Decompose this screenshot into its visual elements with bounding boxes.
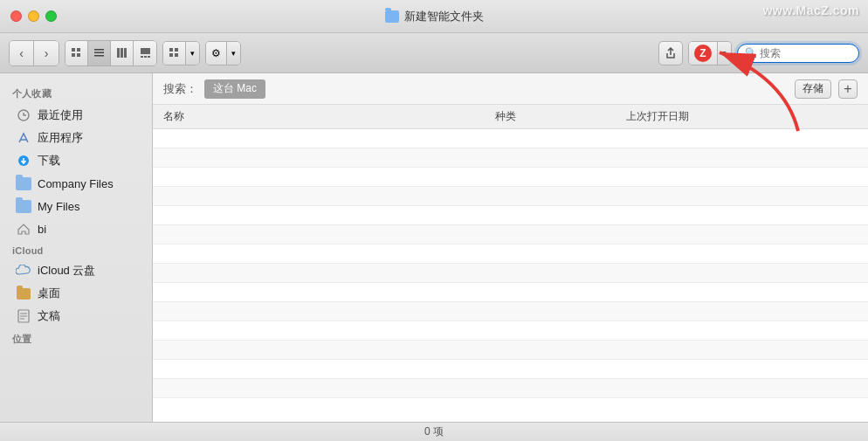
svg-rect-11 [141,56,143,58]
table-row [153,379,868,398]
z-main[interactable]: Z [689,42,717,65]
svg-rect-12 [144,56,147,58]
docs-icon [16,308,31,324]
sidebar-item-downloads[interactable]: 下载 [3,149,148,172]
sidebar-item-label: 文稿 [38,308,60,324]
table-row [153,321,868,341]
svg-rect-2 [72,53,75,57]
z-arrow[interactable]: ▾ [717,42,731,65]
icloud-section-label: iCloud [0,240,152,259]
folder-company-icon [16,176,31,191]
cloud-icon [16,263,31,279]
sidebar-item-label: 下载 [38,153,60,169]
save-button[interactable]: 存储 [795,79,831,99]
column-view-button[interactable] [111,41,134,65]
window-title-group: 新建智能文件夹 [385,9,484,24]
search-box[interactable]: 🔍 [737,44,859,63]
share-icon [665,47,677,59]
sidebar-item-company-files[interactable]: Company Files [3,172,148,195]
sidebar-item-desktop[interactable]: 桌面 [3,282,148,305]
add-criteria-button[interactable]: + [838,79,858,99]
view-toggle [65,40,157,66]
col-type-header[interactable]: 种类 [485,109,616,124]
view-options-main[interactable] [163,42,185,65]
settings-main[interactable]: ⚙ [206,42,226,65]
desktop-icon [16,286,31,301]
window-controls [10,10,57,22]
forward-icon: › [45,46,49,60]
close-button[interactable] [10,10,22,22]
settings-dropdown[interactable]: ⚙ ▾ [205,41,241,65]
svg-rect-3 [77,53,80,57]
gear-icon: ⚙ [211,47,221,59]
sidebar-item-recent[interactable]: 最近使用 [3,104,148,127]
sidebar-item-label: My Files [38,200,79,213]
table-row [153,283,868,302]
svg-rect-17 [175,53,178,57]
table-row [153,206,868,225]
svg-rect-5 [94,52,104,54]
search-input[interactable] [760,47,851,59]
window-title: 新建智能文件夹 [404,9,484,24]
sidebar-item-label: 应用程序 [38,130,83,146]
search-scope-bar: 搜索： 这台 Mac 存储 + [153,73,868,105]
apps-icon [16,130,31,146]
table-row [153,225,868,245]
sidebar-item-apps[interactable]: 应用程序 [3,127,148,149]
search-icon: 🔍 [745,47,757,59]
svg-rect-8 [121,48,123,58]
table-row [153,129,868,148]
table-row [153,168,868,187]
table-row [153,341,868,360]
personal-section-label: 个人收藏 [0,82,152,104]
svg-rect-15 [175,48,178,52]
svg-rect-1 [77,48,80,52]
z-dropdown[interactable]: Z ▾ [688,41,732,65]
recent-icon [16,107,31,123]
sidebar: 个人收藏 最近使用 应用程序 [0,73,153,422]
item-count: 0 项 [424,424,444,439]
svg-rect-6 [94,55,104,57]
table-row [153,187,868,206]
view-options-dropdown[interactable]: ▾ [162,41,200,65]
content-area: 搜索： 这台 Mac 存储 + 名称 种类 上次打开日期 [153,73,868,422]
sidebar-item-bi[interactable]: bi [3,217,148,240]
download-icon [16,153,31,169]
table-row [153,245,868,264]
folder-myfiles-icon [16,198,31,214]
settings-arrow[interactable]: ▾ [226,42,240,65]
toolbar: ‹ › [0,33,868,73]
statusbar: 0 项 [0,422,868,441]
table-body [153,129,868,422]
sidebar-item-my-files[interactable]: My Files [3,195,148,217]
col-date-header[interactable]: 上次打开日期 [616,109,868,124]
col-name-header[interactable]: 名称 [153,109,485,124]
view-options-arrow[interactable]: ▾ [185,42,199,65]
sidebar-item-icloud[interactable]: iCloud 云盘 [3,259,148,282]
svg-rect-14 [169,48,173,52]
svg-rect-16 [169,53,173,57]
sidebar-item-label: Company Files [38,177,114,190]
table-row [153,148,868,168]
minimize-button[interactable] [28,10,39,22]
svg-rect-0 [72,48,75,52]
gallery-view-button[interactable] [134,41,156,65]
back-button[interactable]: ‹ [10,41,34,65]
svg-rect-10 [141,48,150,54]
share-button[interactable] [658,41,683,65]
forward-button[interactable]: › [34,41,59,65]
sidebar-item-documents[interactable]: 文稿 [3,305,148,327]
svg-rect-13 [148,56,150,58]
icon-view-button[interactable] [65,41,88,65]
z-icon: Z [694,45,712,62]
sidebar-item-label: 最近使用 [38,107,83,123]
main-container: 个人收藏 最近使用 应用程序 [0,73,868,422]
back-icon: ‹ [19,46,24,60]
svg-rect-9 [124,48,127,58]
home-icon [16,221,31,237]
scope-this-mac-button[interactable]: 这台 Mac [204,79,265,99]
titlebar: 新建智能文件夹 [0,0,868,33]
list-view-button[interactable] [88,41,111,65]
maximize-button[interactable] [45,10,57,22]
svg-rect-7 [117,48,120,58]
